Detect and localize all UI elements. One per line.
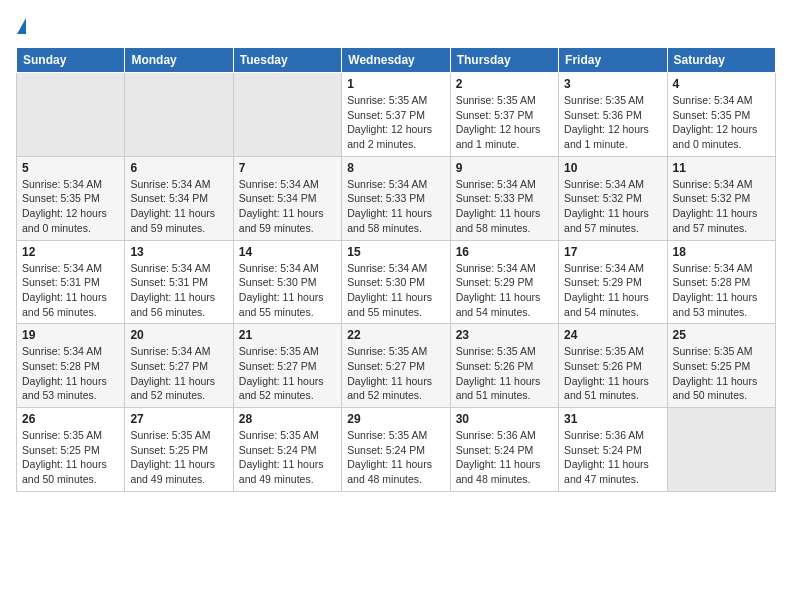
- calendar-cell: 16Sunrise: 5:34 AM Sunset: 5:29 PM Dayli…: [450, 240, 558, 324]
- weekday-header-row: SundayMondayTuesdayWednesdayThursdayFrid…: [17, 48, 776, 73]
- calendar-cell: 6Sunrise: 5:34 AM Sunset: 5:34 PM Daylig…: [125, 156, 233, 240]
- calendar-cell: 1Sunrise: 5:35 AM Sunset: 5:37 PM Daylig…: [342, 73, 450, 157]
- day-number: 30: [456, 412, 553, 426]
- day-number: 2: [456, 77, 553, 91]
- day-number: 23: [456, 328, 553, 342]
- day-info: Sunrise: 5:35 AM Sunset: 5:24 PM Dayligh…: [239, 428, 336, 487]
- day-number: 29: [347, 412, 444, 426]
- calendar-cell: 23Sunrise: 5:35 AM Sunset: 5:26 PM Dayli…: [450, 324, 558, 408]
- calendar-cell: 31Sunrise: 5:36 AM Sunset: 5:24 PM Dayli…: [559, 408, 667, 492]
- calendar-cell: 25Sunrise: 5:35 AM Sunset: 5:25 PM Dayli…: [667, 324, 775, 408]
- day-number: 25: [673, 328, 770, 342]
- calendar-cell: [17, 73, 125, 157]
- calendar-row: 12Sunrise: 5:34 AM Sunset: 5:31 PM Dayli…: [17, 240, 776, 324]
- calendar-cell: 15Sunrise: 5:34 AM Sunset: 5:30 PM Dayli…: [342, 240, 450, 324]
- day-info: Sunrise: 5:34 AM Sunset: 5:30 PM Dayligh…: [347, 261, 444, 320]
- day-info: Sunrise: 5:35 AM Sunset: 5:37 PM Dayligh…: [347, 93, 444, 152]
- calendar-cell: 5Sunrise: 5:34 AM Sunset: 5:35 PM Daylig…: [17, 156, 125, 240]
- logo-triangle-icon: [17, 18, 26, 34]
- day-number: 18: [673, 245, 770, 259]
- day-number: 31: [564, 412, 661, 426]
- day-info: Sunrise: 5:35 AM Sunset: 5:27 PM Dayligh…: [239, 344, 336, 403]
- day-info: Sunrise: 5:34 AM Sunset: 5:33 PM Dayligh…: [456, 177, 553, 236]
- day-number: 5: [22, 161, 119, 175]
- weekday-header-friday: Friday: [559, 48, 667, 73]
- day-number: 24: [564, 328, 661, 342]
- calendar-cell: 24Sunrise: 5:35 AM Sunset: 5:26 PM Dayli…: [559, 324, 667, 408]
- calendar-cell: [667, 408, 775, 492]
- day-number: 16: [456, 245, 553, 259]
- calendar-cell: 4Sunrise: 5:34 AM Sunset: 5:35 PM Daylig…: [667, 73, 775, 157]
- day-info: Sunrise: 5:34 AM Sunset: 5:28 PM Dayligh…: [22, 344, 119, 403]
- weekday-header-sunday: Sunday: [17, 48, 125, 73]
- calendar-cell: 29Sunrise: 5:35 AM Sunset: 5:24 PM Dayli…: [342, 408, 450, 492]
- day-number: 12: [22, 245, 119, 259]
- day-number: 10: [564, 161, 661, 175]
- calendar-row: 19Sunrise: 5:34 AM Sunset: 5:28 PM Dayli…: [17, 324, 776, 408]
- day-info: Sunrise: 5:36 AM Sunset: 5:24 PM Dayligh…: [456, 428, 553, 487]
- day-number: 6: [130, 161, 227, 175]
- day-number: 15: [347, 245, 444, 259]
- calendar-cell: 28Sunrise: 5:35 AM Sunset: 5:24 PM Dayli…: [233, 408, 341, 492]
- day-info: Sunrise: 5:35 AM Sunset: 5:24 PM Dayligh…: [347, 428, 444, 487]
- calendar-cell: 9Sunrise: 5:34 AM Sunset: 5:33 PM Daylig…: [450, 156, 558, 240]
- calendar-cell: 27Sunrise: 5:35 AM Sunset: 5:25 PM Dayli…: [125, 408, 233, 492]
- calendar-row: 1Sunrise: 5:35 AM Sunset: 5:37 PM Daylig…: [17, 73, 776, 157]
- day-info: Sunrise: 5:34 AM Sunset: 5:29 PM Dayligh…: [564, 261, 661, 320]
- day-number: 4: [673, 77, 770, 91]
- calendar-cell: 20Sunrise: 5:34 AM Sunset: 5:27 PM Dayli…: [125, 324, 233, 408]
- day-number: 9: [456, 161, 553, 175]
- calendar-cell: [125, 73, 233, 157]
- calendar-cell: 10Sunrise: 5:34 AM Sunset: 5:32 PM Dayli…: [559, 156, 667, 240]
- calendar-cell: 7Sunrise: 5:34 AM Sunset: 5:34 PM Daylig…: [233, 156, 341, 240]
- day-info: Sunrise: 5:35 AM Sunset: 5:26 PM Dayligh…: [456, 344, 553, 403]
- day-info: Sunrise: 5:34 AM Sunset: 5:33 PM Dayligh…: [347, 177, 444, 236]
- day-info: Sunrise: 5:34 AM Sunset: 5:35 PM Dayligh…: [22, 177, 119, 236]
- day-number: 20: [130, 328, 227, 342]
- day-number: 14: [239, 245, 336, 259]
- weekday-header-wednesday: Wednesday: [342, 48, 450, 73]
- day-info: Sunrise: 5:34 AM Sunset: 5:29 PM Dayligh…: [456, 261, 553, 320]
- calendar-cell: 18Sunrise: 5:34 AM Sunset: 5:28 PM Dayli…: [667, 240, 775, 324]
- calendar-table: SundayMondayTuesdayWednesdayThursdayFrid…: [16, 47, 776, 492]
- calendar-cell: 19Sunrise: 5:34 AM Sunset: 5:28 PM Dayli…: [17, 324, 125, 408]
- calendar-cell: 22Sunrise: 5:35 AM Sunset: 5:27 PM Dayli…: [342, 324, 450, 408]
- day-number: 17: [564, 245, 661, 259]
- day-number: 11: [673, 161, 770, 175]
- calendar-cell: 30Sunrise: 5:36 AM Sunset: 5:24 PM Dayli…: [450, 408, 558, 492]
- day-info: Sunrise: 5:34 AM Sunset: 5:34 PM Dayligh…: [130, 177, 227, 236]
- day-number: 7: [239, 161, 336, 175]
- day-number: 22: [347, 328, 444, 342]
- logo: [16, 16, 26, 39]
- weekday-header-thursday: Thursday: [450, 48, 558, 73]
- calendar-cell: 2Sunrise: 5:35 AM Sunset: 5:37 PM Daylig…: [450, 73, 558, 157]
- calendar-cell: 3Sunrise: 5:35 AM Sunset: 5:36 PM Daylig…: [559, 73, 667, 157]
- day-number: 28: [239, 412, 336, 426]
- calendar-cell: 11Sunrise: 5:34 AM Sunset: 5:32 PM Dayli…: [667, 156, 775, 240]
- calendar-cell: 17Sunrise: 5:34 AM Sunset: 5:29 PM Dayli…: [559, 240, 667, 324]
- weekday-header-saturday: Saturday: [667, 48, 775, 73]
- day-info: Sunrise: 5:35 AM Sunset: 5:25 PM Dayligh…: [673, 344, 770, 403]
- calendar-cell: 14Sunrise: 5:34 AM Sunset: 5:30 PM Dayli…: [233, 240, 341, 324]
- day-number: 21: [239, 328, 336, 342]
- day-info: Sunrise: 5:34 AM Sunset: 5:27 PM Dayligh…: [130, 344, 227, 403]
- day-info: Sunrise: 5:34 AM Sunset: 5:31 PM Dayligh…: [130, 261, 227, 320]
- day-info: Sunrise: 5:35 AM Sunset: 5:27 PM Dayligh…: [347, 344, 444, 403]
- calendar-cell: 12Sunrise: 5:34 AM Sunset: 5:31 PM Dayli…: [17, 240, 125, 324]
- weekday-header-tuesday: Tuesday: [233, 48, 341, 73]
- day-number: 3: [564, 77, 661, 91]
- day-number: 13: [130, 245, 227, 259]
- weekday-header-monday: Monday: [125, 48, 233, 73]
- day-info: Sunrise: 5:34 AM Sunset: 5:34 PM Dayligh…: [239, 177, 336, 236]
- day-info: Sunrise: 5:34 AM Sunset: 5:30 PM Dayligh…: [239, 261, 336, 320]
- day-info: Sunrise: 5:35 AM Sunset: 5:25 PM Dayligh…: [22, 428, 119, 487]
- day-number: 27: [130, 412, 227, 426]
- day-number: 26: [22, 412, 119, 426]
- day-info: Sunrise: 5:35 AM Sunset: 5:26 PM Dayligh…: [564, 344, 661, 403]
- calendar-cell: 13Sunrise: 5:34 AM Sunset: 5:31 PM Dayli…: [125, 240, 233, 324]
- calendar-cell: 8Sunrise: 5:34 AM Sunset: 5:33 PM Daylig…: [342, 156, 450, 240]
- calendar-cell: 26Sunrise: 5:35 AM Sunset: 5:25 PM Dayli…: [17, 408, 125, 492]
- day-number: 1: [347, 77, 444, 91]
- day-info: Sunrise: 5:34 AM Sunset: 5:32 PM Dayligh…: [673, 177, 770, 236]
- day-info: Sunrise: 5:35 AM Sunset: 5:37 PM Dayligh…: [456, 93, 553, 152]
